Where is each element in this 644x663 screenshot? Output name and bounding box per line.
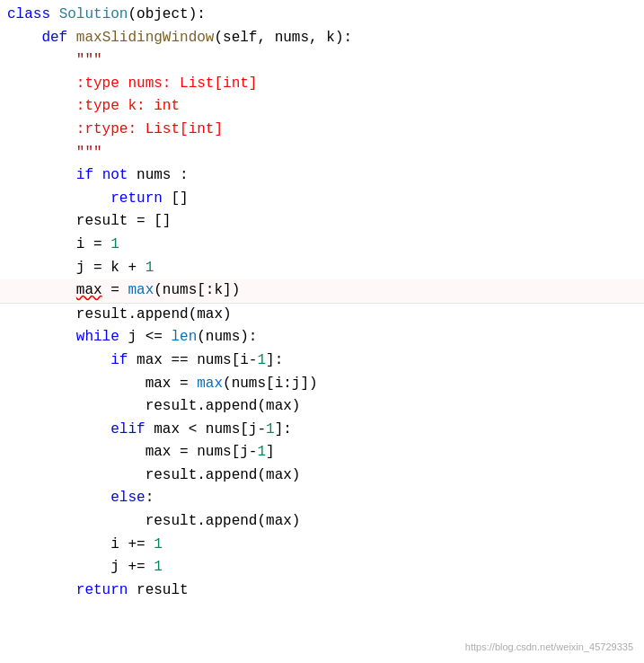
token-text: i =	[76, 234, 110, 257]
code-line: result.append(max)	[0, 510, 644, 534]
token-text	[93, 164, 102, 188]
token-text	[7, 27, 41, 50]
token-text	[7, 210, 76, 234]
token-text: =	[102, 279, 128, 303]
code-line: :type k: int	[0, 95, 644, 119]
token-text	[7, 188, 110, 211]
token-text	[7, 487, 110, 510]
token-text: result	[128, 579, 188, 603]
token-builtin: len	[171, 326, 197, 349]
code-line: :type nums: List[int]	[0, 73, 644, 96]
token-kw: while	[76, 326, 119, 349]
code-line: class Solution(object):	[0, 4, 644, 27]
code-line: max = max(nums[i:j])	[0, 373, 644, 396]
code-line: else:	[0, 487, 644, 510]
token-text: j = k +	[76, 257, 146, 280]
token-number: 1	[154, 534, 163, 557]
token-kw: if	[110, 349, 128, 373]
token-text: (nums):	[197, 326, 257, 349]
token-text	[7, 419, 110, 442]
token-text: (nums[:k])	[154, 279, 240, 303]
token-text	[7, 234, 76, 257]
token-kw: class	[7, 4, 50, 27]
token-text: result.append(max)	[146, 510, 301, 534]
token-text: max = nums[j-	[146, 441, 258, 464]
token-kw: elif	[110, 419, 145, 442]
token-text: []	[163, 188, 189, 211]
token-text	[7, 395, 146, 419]
token-text	[7, 326, 76, 349]
code-line: j = k + 1	[0, 257, 644, 280]
token-number: 1	[257, 441, 266, 464]
token-text	[7, 279, 76, 303]
code-line: """	[0, 142, 644, 165]
token-type-hint: :type nums: List[int]	[76, 73, 258, 96]
token-text: j +=	[110, 556, 154, 579]
token-text	[7, 95, 76, 119]
code-line: elif max < nums[j-1]:	[0, 419, 644, 442]
token-text	[7, 510, 146, 534]
token-text	[7, 534, 110, 557]
token-text	[7, 304, 76, 327]
token-text	[7, 164, 76, 188]
code-line: result.append(max)	[0, 395, 644, 419]
token-text: result = []	[76, 210, 172, 234]
token-number: 1	[154, 556, 163, 579]
token-text	[7, 579, 76, 603]
token-text: ]:	[275, 419, 292, 442]
token-text: (self, nums, k):	[214, 27, 352, 50]
token-text: .append(	[128, 304, 197, 327]
token-type-hint: :rtype: List[int]	[76, 119, 223, 142]
code-line: result.append(max)	[0, 464, 644, 488]
code-line: j += 1	[0, 556, 644, 579]
token-text	[7, 464, 146, 488]
token-text	[7, 556, 110, 579]
token-type-hint: :type k: int	[76, 95, 180, 119]
token-text: )	[223, 304, 232, 327]
token-text	[7, 73, 76, 96]
token-text: max =	[146, 373, 198, 396]
token-kw: return	[110, 188, 163, 211]
code-line: """	[0, 49, 644, 73]
token-text	[7, 119, 76, 142]
code-editor: class Solution(object): def maxSlidingWi…	[0, 0, 644, 663]
code-block: class Solution(object): def maxSlidingWi…	[0, 0, 644, 606]
token-builtin: max	[128, 279, 154, 303]
token-text: (object):	[128, 4, 205, 27]
token-classname: Solution	[59, 4, 128, 27]
token-funcname: maxSlidingWindow	[76, 27, 215, 50]
token-text	[50, 4, 59, 27]
code-line: max = max(nums[:k])	[0, 279, 644, 304]
code-line: if not nums :	[0, 164, 644, 188]
token-text: :	[146, 487, 154, 510]
token-text	[67, 27, 76, 50]
token-number: 1	[266, 419, 275, 442]
token-text: nums :	[128, 164, 188, 188]
token-text: max	[197, 304, 223, 327]
code-line: max = nums[j-1]	[0, 441, 644, 464]
token-kw: def	[41, 27, 67, 50]
token-number: 1	[257, 349, 266, 373]
token-kw: if	[76, 164, 93, 188]
token-number: 1	[146, 257, 154, 280]
code-line: if max == nums[i-1]:	[0, 349, 644, 373]
token-text: ]:	[266, 349, 283, 373]
token-text	[7, 49, 76, 73]
token-text	[7, 373, 146, 396]
token-text: result	[76, 304, 128, 327]
code-line: :rtype: List[int]	[0, 119, 644, 142]
token-text: max < nums[j-	[146, 419, 266, 442]
code-line: result.append(max)	[0, 304, 644, 327]
code-line: while j <= len(nums):	[0, 326, 644, 349]
token-kw: else	[110, 487, 145, 510]
token-error-underline: max	[76, 279, 102, 303]
token-string: """	[76, 49, 102, 73]
token-text: max == nums[i-	[128, 349, 257, 373]
token-string: """	[76, 142, 102, 165]
token-text: result.append(max)	[146, 395, 301, 419]
token-text: result.append(max)	[146, 464, 301, 488]
token-text	[7, 257, 76, 280]
token-text: ]	[266, 441, 275, 464]
token-builtin: max	[197, 373, 223, 396]
token-text: (nums[i:j])	[223, 373, 318, 396]
